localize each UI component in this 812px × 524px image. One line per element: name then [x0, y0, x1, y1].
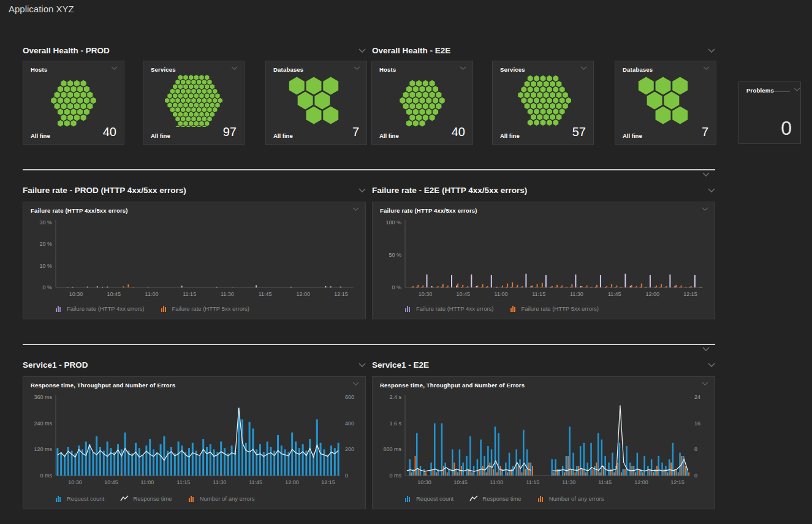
chart-tile-service-prod[interactable]: Response time, Throughput and Number of … — [23, 376, 366, 509]
tile-databases-e2e[interactable]: Databases All fine 7 — [615, 61, 716, 145]
bar-chart-icon — [510, 305, 518, 312]
svg-text:30 %: 30 % — [39, 219, 52, 226]
legend-item-request-count[interactable]: Request count — [55, 495, 104, 502]
svg-text:400: 400 — [345, 420, 354, 427]
bar-chart-icon — [55, 305, 63, 312]
status-label: All fine — [623, 132, 642, 139]
legend-label: Failure rate (HTTP 4xx errors) — [67, 305, 145, 312]
chevron-down-icon[interactable] — [352, 207, 359, 211]
tile-services-e2e[interactable]: Services All fine 57 — [492, 61, 594, 145]
svg-text:2.4 s: 2.4 s — [389, 394, 401, 400]
svg-text:240 ms: 240 ms — [34, 420, 52, 427]
problems-count: 0 — [781, 117, 792, 140]
legend-item-5xx[interactable]: Failure rate (HTTP 5xx errors) — [161, 305, 250, 312]
legend-label: Failure rate (HTTP 5xx errors) — [172, 305, 250, 312]
svg-text:10:45: 10:45 — [104, 479, 118, 485]
legend-item-request-count[interactable]: Request count — [404, 495, 453, 502]
svg-text:10:30: 10:30 — [68, 479, 82, 485]
honeycomb-services — [497, 74, 589, 127]
svg-text:11:00: 11:00 — [495, 291, 508, 297]
svg-text:0 ms: 0 ms — [40, 473, 52, 479]
chevron-down-icon[interactable] — [794, 88, 800, 91]
tile-hosts-e2e[interactable]: Hosts All fine 40 — [371, 61, 473, 145]
chevron-down-icon[interactable] — [354, 66, 360, 70]
tile-title: Services — [500, 66, 525, 73]
entity-count: 97 — [223, 125, 237, 139]
svg-text:10:45: 10:45 — [453, 479, 468, 485]
status-label: All fine — [500, 132, 520, 139]
status-label: All fine — [151, 132, 170, 139]
tile-services-prod[interactable]: Services All fine 97 — [143, 61, 245, 145]
line-chart-icon — [469, 495, 479, 502]
svg-text:11:45: 11:45 — [608, 291, 621, 297]
legend-label: Failure rate (HTTP 4xx errors) — [416, 305, 494, 312]
legend-item-errors[interactable]: Number of any errors — [188, 495, 255, 502]
svg-text:11:00: 11:00 — [140, 479, 154, 485]
bar-chart-icon — [537, 495, 545, 502]
chevron-down-icon[interactable] — [359, 188, 366, 192]
svg-text:11:15: 11:15 — [176, 479, 190, 485]
chevron-down-icon[interactable] — [702, 207, 708, 211]
svg-text:600: 600 — [345, 394, 354, 400]
entity-count: 7 — [702, 125, 708, 139]
bar-chart-icon — [55, 495, 63, 502]
tile-problems[interactable]: Problems 0 — [738, 82, 801, 144]
legend-item-4xx[interactable]: Failure rate (HTTP 4xx errors) — [55, 305, 145, 312]
entity-count: 7 — [352, 125, 359, 139]
chart-tile-service-e2e[interactable]: Response time, Throughput and Number of … — [372, 376, 715, 509]
chevron-down-icon[interactable] — [352, 382, 359, 385]
chevron-down-icon[interactable] — [708, 363, 715, 367]
chevron-down-icon[interactable] — [359, 48, 366, 53]
chevron-down-icon[interactable] — [702, 347, 710, 351]
chevron-down-icon[interactable] — [708, 48, 715, 53]
svg-text:11:00: 11:00 — [145, 291, 159, 297]
chart-tile-title: Failure rate (HTTP 4xx/5xx errors) — [380, 207, 477, 214]
svg-text:120 ms: 120 ms — [34, 446, 52, 452]
tile-hosts-prod[interactable]: Hosts All fine 40 — [23, 61, 124, 145]
bar-chart-icon — [188, 495, 196, 502]
line-chart-icon — [120, 495, 129, 502]
failure-rate-chart-prod[interactable]: 0 %10 %20 %30 %10:3010:4511:0011:1511:30… — [28, 215, 361, 305]
service-chart-prod[interactable]: 0 ms120 ms240 ms360 ms020040060010:3010:… — [28, 390, 361, 493]
svg-text:11:30: 11:30 — [221, 291, 234, 297]
entity-count: 40 — [103, 125, 116, 139]
legend-label: Number of any errors — [549, 495, 604, 502]
chart-tile-title: Response time, Throughput and Number of … — [31, 382, 175, 389]
chevron-down-icon[interactable] — [703, 66, 710, 70]
chevron-down-icon[interactable] — [580, 66, 587, 70]
legend-label: Failure rate (HTTP 5xx errors) — [522, 305, 599, 312]
svg-text:12:15: 12:15 — [334, 291, 348, 297]
legend-label: Response time — [482, 495, 521, 502]
chevron-down-icon[interactable] — [111, 66, 118, 70]
section-title-failure-prod: Failure rate - PROD (HTTP 4xx/5xx errors… — [23, 186, 186, 195]
chevron-down-icon[interactable] — [359, 363, 366, 367]
honeycomb-hosts — [376, 74, 468, 127]
legend-item-4xx[interactable]: Failure rate (HTTP 4xx errors) — [404, 305, 494, 312]
legend-item-errors[interactable]: Number of any errors — [537, 495, 604, 502]
service-chart-e2e[interactable]: 0 ms800 ms1.6 s2.4 s08162410:3010:4511:0… — [377, 390, 710, 493]
page-title: Application XYZ — [9, 4, 74, 14]
svg-text:800 ms: 800 ms — [383, 446, 401, 452]
tile-databases-prod[interactable]: Databases All fine 7 — [265, 61, 367, 145]
bar-chart-icon — [404, 495, 412, 502]
legend-item-5xx[interactable]: Failure rate (HTTP 5xx errors) — [510, 305, 599, 312]
chevron-down-icon[interactable] — [702, 172, 710, 177]
chevron-down-icon[interactable] — [702, 382, 708, 385]
chevron-down-icon[interactable] — [708, 188, 715, 192]
chart-tile-failure-e2e[interactable]: Failure rate (HTTP 4xx/5xx errors) 0 %50… — [372, 202, 715, 319]
svg-text:0: 0 — [345, 473, 348, 479]
svg-text:12:15: 12:15 — [683, 291, 697, 297]
dashboard: Application XYZ Overall Health - PROD Ov… — [0, 0, 812, 524]
entity-count: 57 — [572, 125, 586, 139]
legend-item-response-time[interactable]: Response time — [469, 495, 521, 502]
svg-text:11:15: 11:15 — [183, 291, 196, 297]
section-title-service-prod: Service1 - PROD — [23, 360, 88, 370]
section-title-health-e2e: Overall Health - E2E — [372, 46, 450, 55]
honeycomb-databases — [270, 74, 362, 127]
chart-tile-title: Response time, Throughput and Number of … — [380, 382, 525, 389]
failure-rate-chart-e2e[interactable]: 0 %50 %100 %10:3010:4511:0011:1511:3011:… — [377, 215, 710, 305]
legend-item-response-time[interactable]: Response time — [120, 495, 172, 502]
chevron-down-icon[interactable] — [231, 66, 238, 70]
chevron-down-icon[interactable] — [460, 66, 466, 70]
chart-tile-failure-prod[interactable]: Failure rate (HTTP 4xx/5xx errors) 0 %10… — [23, 202, 366, 319]
